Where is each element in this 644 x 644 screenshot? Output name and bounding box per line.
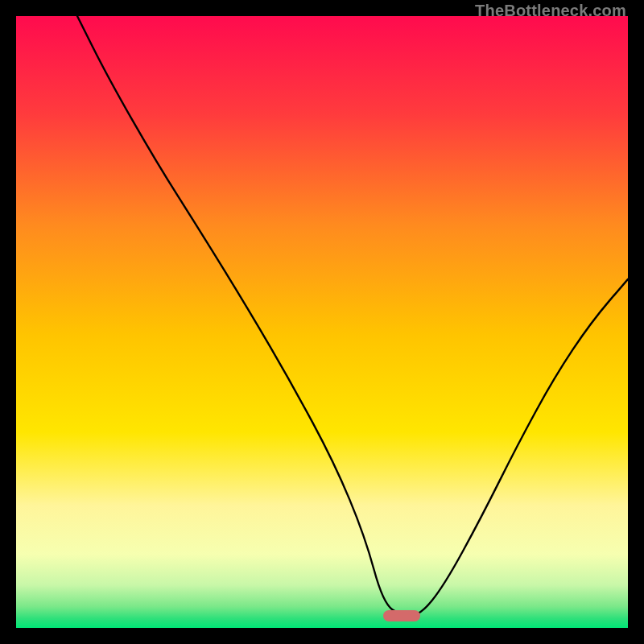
plot-area — [16, 16, 628, 628]
optimum-marker — [383, 610, 420, 621]
watermark-label: TheBottleneck.com — [475, 2, 626, 20]
bottleneck-curve — [16, 16, 628, 628]
chart-container: TheBottleneck.com — [0, 0, 644, 644]
